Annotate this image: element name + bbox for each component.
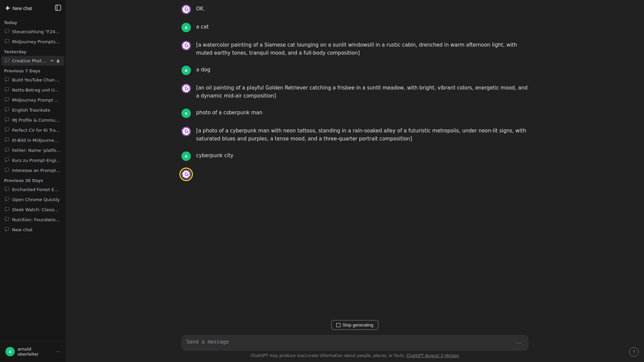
thumbs-up-button[interactable] bbox=[511, 40, 519, 48]
message-content: a dog bbox=[196, 65, 528, 75]
svg-rect-5 bbox=[5, 77, 9, 80]
chat-item-label: Nutrition: Foundation of Health... bbox=[12, 217, 61, 222]
copy-message-button[interactable]: ⧉ bbox=[503, 126, 509, 134]
new-chat-button[interactable]: ✚ New chat bbox=[3, 3, 52, 13]
svg-rect-12 bbox=[5, 148, 9, 151]
message-row: aphoto of a csberpunk man bbox=[66, 104, 644, 122]
sidebar-item-new-chat-old[interactable]: New chat bbox=[1, 225, 64, 235]
chat-item-label: Open Chrome Quickly bbox=[12, 197, 61, 202]
chat-item-label: KI-Bild in Midjourney erstellen... bbox=[12, 138, 61, 143]
message-row bbox=[66, 165, 644, 183]
thumbs-down-button[interactable] bbox=[520, 83, 528, 91]
user-profile-row[interactable]: a arnold oberleiter ··· bbox=[3, 344, 63, 359]
sidebar-item-english-trasnkate[interactable]: English Trasnkate bbox=[1, 105, 64, 115]
message-input[interactable] bbox=[186, 339, 511, 347]
chat-item-label: Midjourney Prompts & Examp... bbox=[12, 39, 61, 44]
thumbs-up-button[interactable] bbox=[511, 126, 519, 134]
stop-icon bbox=[336, 323, 340, 327]
sidebar-item-enchanted-forest[interactable]: Enchanted Forest Exploration bbox=[1, 185, 64, 194]
svg-rect-16 bbox=[5, 197, 9, 200]
chat-footer: Stop generating ⋯ ChatGPT may produce in… bbox=[66, 317, 644, 362]
chat-item-label: MJ Profile & Community Serv... bbox=[12, 118, 61, 123]
assistant-message-avatar bbox=[181, 84, 191, 93]
main-content: OK.⧉aa cat [a watercolor painting of a S… bbox=[66, 0, 644, 362]
chat-icon bbox=[5, 217, 9, 223]
sidebar-item-kurs-prompt[interactable]: Kurs zu Prompt-Engineering bbox=[1, 156, 64, 165]
user-name-label: arnold oberleiter bbox=[17, 347, 53, 357]
sidebar-item-creative-photography[interactable]: Creative Photography...✏🗑 bbox=[1, 56, 64, 66]
sidebar-item-midjourney-prompts[interactable]: Midjourney Prompts & Examp... bbox=[1, 37, 64, 47]
svg-rect-3 bbox=[5, 39, 9, 42]
svg-rect-15 bbox=[5, 187, 9, 190]
sidebar-nav: TodaySteuerzahlung "F24" für Lohn...Midj… bbox=[0, 16, 66, 341]
message-row: [an oil painting of a playful Golden Ret… bbox=[66, 79, 644, 104]
chat-item-actions: ✏🗑 bbox=[50, 58, 61, 64]
sidebar-item-fehler-name[interactable]: Fehler: Name 'platform' undef... bbox=[1, 145, 64, 155]
copy-message-button[interactable]: ⧉ bbox=[503, 83, 509, 91]
sidebar-footer: a arnold oberleiter ··· bbox=[0, 341, 66, 362]
chat-icon bbox=[5, 227, 9, 233]
message-content bbox=[196, 169, 528, 179]
chat-item-label: Interesse an Prompt Engineer... bbox=[12, 168, 61, 173]
assistant-message-avatar bbox=[181, 41, 191, 50]
chat-item-label: Steuerzahlung "F24" für Lohn... bbox=[12, 29, 61, 34]
chat-item-label: Perfect CV for KI Trainer bbox=[12, 128, 61, 133]
chat-icon bbox=[5, 137, 9, 143]
assistant-message-avatar bbox=[181, 170, 191, 179]
thumbs-down-button[interactable] bbox=[520, 4, 528, 12]
chat-icon bbox=[5, 87, 9, 93]
copy-message-button[interactable]: ⧉ bbox=[503, 40, 509, 48]
message-content: [a photo of a cyberpunk man with neon ta… bbox=[196, 126, 528, 143]
chatgpt-version-link[interactable]: ChatGPT August 3 Version bbox=[407, 353, 459, 358]
sidebar-item-build-youtube[interactable]: Build YouTube Channel: 100k... bbox=[1, 75, 64, 85]
stop-generating-button[interactable]: Stop generating bbox=[331, 320, 378, 330]
help-button[interactable]: ? bbox=[629, 347, 639, 357]
chat-item-label: Build YouTube Channel: 100k... bbox=[12, 77, 61, 82]
copy-message-button[interactable]: ⧉ bbox=[503, 4, 509, 12]
message-row: aa cat bbox=[66, 18, 644, 36]
thumbs-down-button[interactable] bbox=[520, 126, 528, 134]
chat-icon bbox=[5, 127, 9, 133]
sidebar-item-sleek-watch[interactable]: Sleek Watch: Classic Elegance... bbox=[1, 205, 64, 215]
sidebar-section-label: Previous 30 Days bbox=[0, 176, 66, 184]
thumbs-up-button[interactable] bbox=[511, 4, 519, 12]
svg-rect-18 bbox=[5, 217, 9, 220]
message-content: [a watercolor painting of a Siamese cat … bbox=[196, 40, 528, 57]
chat-item-label: Midjourney Prompt Examples... bbox=[12, 98, 61, 103]
sidebar-item-netto-betrag[interactable]: Netto-Betrag und Umsatzste... bbox=[1, 85, 64, 95]
sidebar-item-mj-profile[interactable]: MJ Profile & Community Serv... bbox=[1, 115, 64, 125]
sidebar-section-label: Today bbox=[0, 18, 66, 26]
svg-rect-8 bbox=[5, 108, 9, 111]
chat-icon bbox=[5, 117, 9, 123]
chat-icon bbox=[5, 107, 9, 113]
message-input-row: ⋯ bbox=[181, 335, 528, 351]
sidebar-section-label: Previous 7 Days bbox=[0, 66, 66, 75]
send-button[interactable]: ⋯ bbox=[514, 339, 523, 347]
chat-item-delete-button[interactable]: 🗑 bbox=[55, 58, 61, 64]
message-row: [a watercolor painting of a Siamese cat … bbox=[66, 36, 644, 61]
svg-rect-13 bbox=[5, 158, 9, 161]
user-message-avatar: a bbox=[181, 109, 191, 118]
sidebar-item-interesse-prompt[interactable]: Interesse an Prompt Engineer... bbox=[1, 166, 64, 175]
user-message-avatar: a bbox=[181, 23, 191, 32]
chat-icon bbox=[5, 158, 9, 163]
sidebar-item-open-chrome[interactable]: Open Chrome Quickly bbox=[1, 195, 64, 204]
chat-icon bbox=[5, 168, 9, 173]
sidebar-section-label: Yesterday bbox=[0, 47, 66, 56]
sidebar-item-ki-bild[interactable]: KI-Bild in Midjourney erstellen... bbox=[1, 135, 64, 145]
sidebar-item-perfect-cv[interactable]: Perfect CV for KI Trainer bbox=[1, 125, 64, 135]
sidebar-item-midjourney-prompt-ex[interactable]: Midjourney Prompt Examples... bbox=[1, 95, 64, 105]
sidebar-toggle-button[interactable] bbox=[53, 3, 63, 14]
chat-icon bbox=[5, 39, 9, 45]
thumbs-down-button[interactable] bbox=[520, 40, 528, 48]
sidebar-item-steuerzahlung[interactable]: Steuerzahlung "F24" für Lohn... bbox=[1, 27, 64, 37]
user-more-button[interactable]: ··· bbox=[56, 349, 60, 355]
chat-item-edit-button[interactable]: ✏ bbox=[50, 58, 55, 64]
chat-icon bbox=[5, 147, 9, 153]
new-chat-label: New chat bbox=[12, 6, 32, 11]
sidebar: ✚ New chat TodaySteuerzahlung "F24" für … bbox=[0, 0, 66, 362]
sidebar-item-nutrition[interactable]: Nutrition: Foundation of Health... bbox=[1, 215, 64, 225]
thumbs-up-button[interactable] bbox=[511, 83, 519, 91]
user-message-avatar: a bbox=[181, 66, 191, 75]
message-row: acyberpunk city bbox=[66, 147, 644, 165]
